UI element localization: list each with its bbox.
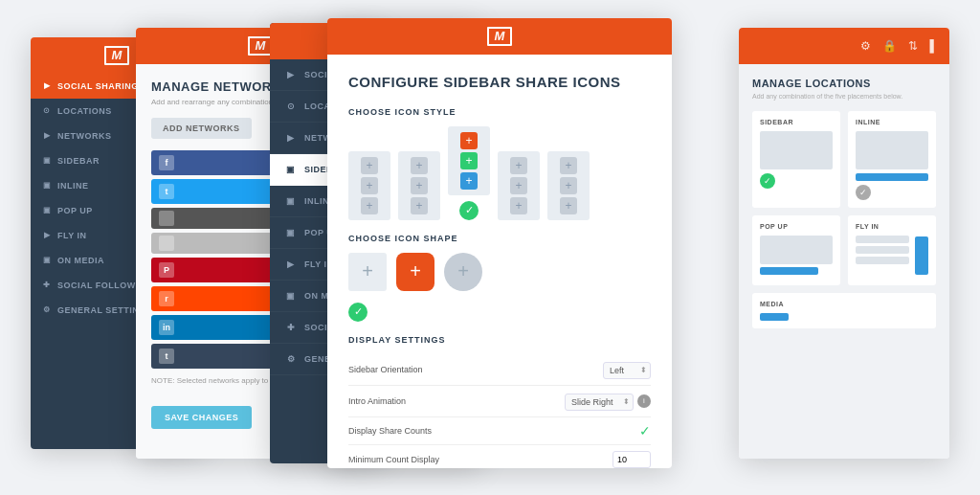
- sidebar-orientation-control: Left Right: [603, 360, 651, 379]
- icon-btn-1b: +: [361, 177, 378, 194]
- icon-btn-5a: +: [560, 157, 577, 174]
- share-counts-check: ✓: [639, 423, 651, 439]
- dnav-inline-icon: ▣: [285, 195, 297, 207]
- dnav-settings-icon: ⚙: [285, 353, 297, 365]
- display-share-counts-label: Display Share Counts: [348, 426, 432, 436]
- unknown2-icon: [159, 236, 174, 251]
- icon-btn-4c: +: [510, 197, 527, 214]
- icon-btn-3c: +: [460, 172, 478, 190]
- media-inner: [760, 313, 928, 321]
- min-count-display-control: [612, 451, 651, 468]
- location-popup: POP UP: [752, 215, 840, 285]
- location-flyin-strip: [915, 236, 928, 275]
- icon-btn-3b: +: [460, 152, 478, 169]
- display-section-title: DISPLAY SETTINGS: [348, 335, 651, 345]
- style-selected-check: ✓: [459, 201, 479, 220]
- main-topbar: M: [327, 18, 672, 55]
- location-flyin-label: FLY IN: [856, 223, 928, 230]
- main-panel: M CONFIGURE SIDEBAR SHARE ICONS CHOOSE I…: [327, 18, 672, 468]
- gear-icon[interactable]: ⚙: [860, 39, 871, 53]
- shape-circle[interactable]: +: [444, 253, 482, 291]
- shape-selected-check: ✓: [348, 303, 368, 322]
- icon-style-4[interactable]: + + +: [498, 151, 540, 220]
- users-icon[interactable]: ⇅: [908, 39, 918, 53]
- icon-style-row: + + + + + + + + + ✓: [348, 126, 651, 220]
- icon-shape-section-title: CHOOSE ICON SHAPE: [348, 234, 651, 243]
- icon-btn-2a: +: [411, 157, 428, 174]
- shape-rounded[interactable]: +: [396, 253, 434, 291]
- location-grid: SIDEBAR ✓ INLINE ✓ POP UP: [752, 111, 936, 285]
- icon-style-3-wrapper: + + + ✓: [448, 126, 490, 220]
- location-inline-preview: [856, 131, 928, 169]
- main-logo: M: [487, 27, 512, 46]
- icon-btn-4b: +: [510, 177, 527, 194]
- info-icon[interactable]: i: [637, 394, 651, 408]
- location-popup-preview: [760, 236, 833, 264]
- location-flyin-row2: [856, 246, 909, 254]
- icon-btn-1c: +: [361, 197, 378, 214]
- right-panel: ⚙ 🔒 ⇅ ▌ MANAGE LOCATIONS Add any combina…: [739, 28, 949, 459]
- icon-shape-row: + + +: [348, 253, 482, 291]
- save-changes-button[interactable]: SAVE CHANGES: [151, 406, 252, 429]
- sidebar-icon: ▣: [42, 156, 52, 166]
- pinterest-icon: P: [159, 262, 174, 278]
- dnav-network-icon: ▶: [285, 132, 297, 144]
- right-topbar: ⚙ 🔒 ⇅ ▌: [739, 28, 949, 64]
- reddit-icon: r: [159, 291, 174, 306]
- follow-icon: ✚: [42, 281, 52, 290]
- icon-btn-4a: +: [510, 157, 527, 174]
- tumblr-icon: t: [159, 349, 174, 364]
- scene: M ▶ Social Sharing ⊙ Locations ▶ Network…: [31, 18, 949, 478]
- location-flyin-row3: [856, 257, 909, 264]
- bar-chart-icon[interactable]: ▌: [929, 39, 938, 53]
- icon-style-1[interactable]: + + +: [348, 151, 390, 220]
- manage-locations-subtitle: Add any combination of the five placemen…: [752, 93, 936, 100]
- min-count-input[interactable]: [612, 451, 651, 468]
- min-count-display-row: Minimum Count Display: [348, 445, 651, 468]
- location-sidebar-check[interactable]: ✓: [760, 173, 775, 189]
- linkedin-icon: in: [159, 320, 174, 335]
- location-flyin: FLY IN: [848, 215, 936, 285]
- min-count-display-label: Minimum Count Display: [348, 455, 439, 464]
- icon-btn-5b: +: [560, 177, 577, 194]
- shape-square[interactable]: +: [348, 253, 387, 291]
- network-icon: ▶: [42, 131, 52, 141]
- location-inline-check[interactable]: ✓: [856, 185, 871, 200]
- lock-icon[interactable]: 🔒: [882, 39, 897, 53]
- facebook-icon: f: [159, 155, 174, 170]
- display-settings-section: DISPLAY SETTINGS Sidebar Orientation Lef…: [348, 335, 651, 468]
- dnav-media-icon: ▣: [285, 290, 297, 302]
- icon-btn-2b: +: [411, 177, 428, 194]
- icon-style-section-title: CHOOSE ICON STYLE: [348, 107, 651, 117]
- add-networks-button[interactable]: ADD NETWORKS: [151, 118, 252, 139]
- settings-icon: ⚙: [42, 305, 52, 315]
- sidebar-orientation-row: Sidebar Orientation Left Right: [348, 354, 651, 386]
- configure-title: CONFIGURE SIDEBAR SHARE ICONS: [348, 74, 651, 90]
- location-popup-label: POP UP: [760, 223, 833, 230]
- media-bar: [760, 313, 789, 321]
- icon-style-5[interactable]: + + +: [547, 151, 590, 220]
- intro-animation-select[interactable]: Slide Right Slide Left Fade: [565, 394, 634, 411]
- icon-btn-1a: +: [361, 157, 378, 174]
- sidebar-orientation-select[interactable]: Left Right: [603, 362, 651, 379]
- location-sidebar: SIDEBAR ✓: [752, 111, 840, 208]
- location-popup-bar: [760, 267, 818, 275]
- intro-animation-select-wrapper: Slide Right Slide Left Fade: [565, 392, 634, 411]
- icon-btn-3a: +: [460, 132, 478, 149]
- icon-style-3[interactable]: + + +: [448, 126, 490, 195]
- location-media: MEDIA: [752, 293, 936, 328]
- unknown1-icon: [159, 211, 174, 226]
- share-icon: ▶: [42, 81, 52, 91]
- intro-animation-label: Intro Animation: [348, 396, 406, 406]
- icon-btn-5c: +: [560, 197, 577, 214]
- right-content: MANAGE LOCATIONS Add any combination of …: [739, 64, 949, 459]
- main-content: CONFIGURE SIDEBAR SHARE ICONS CHOOSE ICO…: [327, 55, 672, 468]
- intro-animation-row: Intro Animation Slide Right Slide Left F…: [348, 386, 651, 417]
- dnav-popup-icon: ▣: [285, 227, 297, 238]
- icon-style-2[interactable]: + + +: [398, 151, 440, 220]
- dnav-sidebar-icon: ▣: [285, 164, 297, 175]
- left-logo: M: [104, 46, 129, 65]
- intro-animation-control: Slide Right Slide Left Fade i: [565, 392, 651, 411]
- manage-locations-title: MANAGE LOCATIONS: [752, 78, 936, 89]
- media-icon: ▣: [42, 256, 52, 265]
